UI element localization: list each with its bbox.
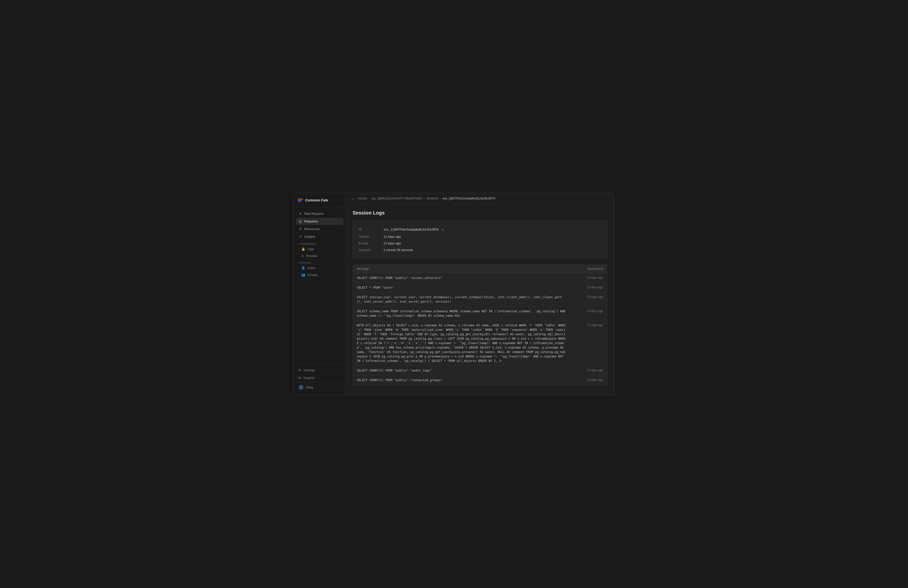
logs-icon: 🔒 bbox=[301, 247, 305, 251]
table-row: SELECT schema_name FROM information_sche… bbox=[353, 306, 607, 321]
log-message: SELECT COUNT(1) FROM "public"."connected… bbox=[357, 378, 565, 382]
ended-label: Ended bbox=[359, 242, 383, 245]
log-occurred: 13 days ago bbox=[568, 309, 603, 313]
sidebar-item-settings[interactable]: ⚙ Settings bbox=[296, 367, 343, 374]
log-occurred: 13 days ago bbox=[568, 295, 603, 299]
sidebar-item-new-request[interactable]: ✦ New Request bbox=[296, 210, 343, 217]
col-message: Message bbox=[357, 267, 568, 271]
log-message: SELECT schema_name FROM information_sche… bbox=[357, 309, 565, 318]
sidebar-nav: ✦ New Request ◱ Requests ⊙ Resources ↗ I… bbox=[294, 208, 345, 363]
duration-label: Duration bbox=[359, 248, 383, 252]
requests-icon: ◱ bbox=[298, 219, 302, 223]
sidebar-item-label: Logs bbox=[307, 247, 314, 251]
log-occurred: 13 days ago bbox=[568, 323, 603, 327]
chevron-down-icon: ▾ bbox=[298, 242, 299, 245]
table-header: Message Occurred At bbox=[353, 265, 607, 273]
started-value: 13 days ago bbox=[383, 235, 401, 238]
log-occurred: 13 days ago bbox=[568, 276, 603, 279]
sidebar-item-preview[interactable]: ⊙ Preview bbox=[296, 253, 343, 259]
table-row: SELECT COUNT(1) FROM "public"."audit_log… bbox=[353, 366, 607, 375]
chevron-down-icon: ▾ bbox=[298, 261, 299, 264]
log-message: SELECT COUNT(1) FROM "public"."access_se… bbox=[357, 276, 565, 280]
sidebar-footer-label: Support bbox=[303, 376, 315, 380]
sidebar-user[interactable]: 👤 Chris bbox=[296, 382, 343, 392]
sidebar-logo[interactable]: Common Fate bbox=[294, 193, 345, 208]
sidebar-item-label: Insights bbox=[304, 235, 316, 238]
started-label: Started bbox=[359, 235, 383, 238]
ended-value: 13 days ago bbox=[383, 242, 401, 245]
app-title: Common Fate bbox=[305, 198, 328, 202]
users-icon: 👤 bbox=[301, 266, 305, 270]
main-content: ⌂ › Access › req_2j66KeQu1d4S4RYY3BedfVh… bbox=[346, 193, 614, 395]
breadcrumb-sessions[interactable]: Sessions bbox=[427, 197, 439, 200]
sidebar-item-label: Users bbox=[307, 266, 316, 270]
session-info-card: ID ses_2j66TFkHu5owbpNwQL6a3IbJMYK ⧉ Sta… bbox=[353, 221, 607, 258]
avatar: 👤 bbox=[298, 385, 304, 390]
table-row: SELECT COUNT(1) FROM "public"."connected… bbox=[353, 375, 607, 385]
table-row: SELECT * FROM "users" 13 days ago bbox=[353, 283, 607, 293]
id-value: ses_2j66TFkHu5owbpNwQL6a3IbJMYK ⧉ bbox=[383, 227, 445, 232]
sidebar: Common Fate ✦ New Request ◱ Requests ⊙ R… bbox=[294, 193, 346, 395]
user-name: Chris bbox=[306, 386, 313, 389]
sidebar-item-label: Requests bbox=[304, 219, 318, 223]
sidebar-footer-label: Settings bbox=[303, 368, 315, 372]
info-row-duration: Duration 1 minute 38 seconds bbox=[359, 246, 601, 253]
breadcrumb: ⌂ › Access › req_2j66KeQu1d4S4RYY3BedfVh… bbox=[346, 193, 614, 204]
col-occurred: Occurred At bbox=[568, 267, 603, 271]
table-row: WITH all_objects AS ( SELECT c.oid, n.ns… bbox=[353, 321, 607, 366]
user-avatar-icon: 👤 bbox=[299, 386, 303, 389]
sidebar-item-resources[interactable]: ⊙ Resources bbox=[296, 226, 343, 232]
new-request-icon: ✦ bbox=[298, 212, 302, 216]
log-message: WITH all_objects AS ( SELECT c.oid, n.ns… bbox=[357, 323, 565, 363]
logs-table: Message Occurred At SELECT COUNT(1) FROM… bbox=[353, 264, 607, 385]
support-icon: ⚙ bbox=[298, 376, 301, 380]
page-title: Session Logs bbox=[353, 210, 607, 216]
sidebar-footer: ⚙ Settings ⚙ Support 👤 Chris bbox=[294, 363, 345, 395]
log-occurred: 13 days ago bbox=[568, 368, 603, 372]
breadcrumb-access[interactable]: Access bbox=[357, 197, 367, 200]
settings-icon: ⚙ bbox=[298, 368, 301, 372]
sidebar-item-insights[interactable]: ↗ Insights bbox=[296, 233, 343, 240]
info-row-started: Started 13 days ago bbox=[359, 233, 601, 240]
table-row: SELECT COUNT(1) FROM "public"."access_se… bbox=[353, 273, 607, 283]
insights-icon: ↗ bbox=[298, 235, 302, 238]
sidebar-item-logs[interactable]: 🔒 Logs bbox=[296, 246, 343, 252]
sidebar-item-support[interactable]: ⚙ Support bbox=[296, 374, 343, 382]
preview-icon: ⊙ bbox=[301, 254, 304, 258]
log-occurred: 13 days ago bbox=[568, 378, 603, 382]
table-row: SELECT session_user, current_user, curre… bbox=[353, 293, 607, 306]
info-row-id: ID ses_2j66TFkHu5owbpNwQL6a3IbJMYK ⧉ bbox=[359, 226, 601, 233]
authorization-section[interactable]: ▾ Authorization bbox=[296, 241, 343, 246]
sidebar-item-label: Groups bbox=[307, 273, 318, 277]
app-window: Common Fate ✦ New Request ◱ Requests ⊙ R… bbox=[294, 193, 614, 395]
log-message: SELECT session_user, current_user, curre… bbox=[357, 295, 565, 304]
resources-icon: ⊙ bbox=[298, 227, 302, 231]
sidebar-item-label: Preview bbox=[306, 254, 317, 258]
info-row-ended: Ended 13 days ago bbox=[359, 240, 601, 246]
table-body: SELECT COUNT(1) FROM "public"."access_se… bbox=[353, 273, 607, 385]
duration-value: 1 minute 38 seconds bbox=[383, 248, 413, 252]
breadcrumb-session-id: ses_2j66TFkHu5owbpNwQL6a3IbJMYK bbox=[443, 197, 496, 200]
sidebar-item-requests[interactable]: ◱ Requests bbox=[296, 218, 343, 225]
sidebar-item-label: New Request bbox=[304, 212, 324, 216]
directory-section[interactable]: ▾ Directory bbox=[296, 260, 343, 265]
sidebar-item-groups[interactable]: 👥 Groups bbox=[296, 272, 343, 278]
breadcrumb-home-icon[interactable]: ⌂ bbox=[352, 197, 354, 200]
groups-icon: 👥 bbox=[301, 273, 305, 277]
log-message: SELECT * FROM "users" bbox=[357, 285, 565, 290]
log-occurred: 13 days ago bbox=[568, 285, 603, 289]
page-content: Session Logs ID ses_2j66TFkHu5owbpNwQL6a… bbox=[346, 204, 614, 395]
sidebar-item-users[interactable]: 👤 Users bbox=[296, 265, 343, 271]
copy-id-button[interactable]: ⧉ bbox=[441, 227, 445, 232]
breadcrumb-request[interactable]: req_2j66KeQu1d4S4RYY3BedfVhxNCi bbox=[371, 197, 423, 200]
logo-icon bbox=[298, 198, 303, 203]
sidebar-item-label: Resources bbox=[304, 227, 320, 231]
id-label: ID bbox=[359, 227, 383, 231]
log-message: SELECT COUNT(1) FROM "public"."audit_log… bbox=[357, 368, 565, 373]
